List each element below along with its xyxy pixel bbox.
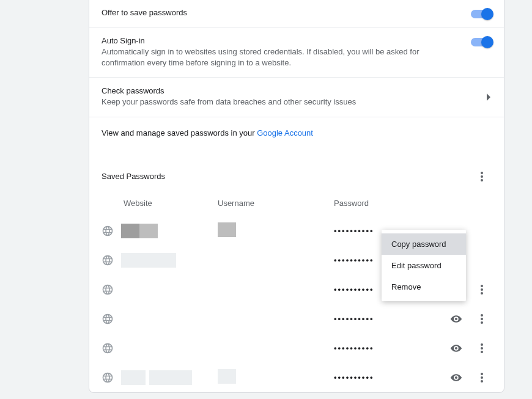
globe-icon <box>102 225 114 237</box>
setting-title: Offer to save passwords <box>102 8 461 17</box>
password-context-menu: Copy password Edit password Remove <box>382 230 466 301</box>
website-redacted <box>121 370 192 385</box>
svg-point-0 <box>481 172 483 174</box>
password-row: •••••••••• <box>89 304 504 334</box>
setting-title: Auto Sign-in <box>102 36 461 45</box>
setting-check-passwords[interactable]: Check passwords Keep your passwords safe… <box>89 78 504 117</box>
toggle-offer-save-passwords[interactable] <box>471 10 492 18</box>
svg-point-6 <box>481 314 483 317</box>
setting-description: Automatically sign in to websites using … <box>102 46 461 68</box>
chevron-right-icon <box>487 93 492 101</box>
svg-point-14 <box>481 380 483 383</box>
menu-edit-password[interactable]: Edit password <box>382 255 466 276</box>
username-redacted <box>218 222 236 237</box>
globe-icon <box>102 342 114 354</box>
svg-point-8 <box>481 321 483 324</box>
menu-remove[interactable]: Remove <box>382 276 466 298</box>
password-masked: •••••••••• <box>334 343 426 353</box>
globe-icon <box>102 313 114 325</box>
menu-copy-password[interactable]: Copy password <box>382 233 466 255</box>
google-account-link[interactable]: Google Account <box>257 128 313 137</box>
row-more-button[interactable] <box>476 284 488 296</box>
svg-point-5 <box>481 292 483 295</box>
globe-icon <box>102 254 114 266</box>
svg-point-4 <box>481 288 483 291</box>
svg-point-11 <box>481 351 483 353</box>
password-row: •••••••••• <box>89 334 504 363</box>
settings-card: Offer to save passwords Auto Sign-in Aut… <box>89 0 504 393</box>
svg-point-12 <box>481 373 483 375</box>
column-username: Username <box>218 199 334 208</box>
svg-point-1 <box>481 175 483 178</box>
website-redacted <box>121 224 158 238</box>
show-password-button[interactable] <box>450 342 462 354</box>
svg-point-9 <box>481 343 483 346</box>
setting-auto-sign-in: Auto Sign-in Automatically sign in to we… <box>89 27 504 78</box>
section-more-button[interactable] <box>472 167 492 186</box>
svg-point-13 <box>481 376 483 379</box>
password-masked: •••••••••• <box>334 373 426 382</box>
password-row: •••••••••• <box>89 363 504 392</box>
row-more-button[interactable] <box>476 342 488 354</box>
svg-point-10 <box>481 347 483 350</box>
row-more-button[interactable] <box>476 313 488 325</box>
column-website: Website <box>102 199 218 208</box>
saved-passwords-header: Saved Passwords <box>89 150 504 192</box>
section-title: Saved Passwords <box>102 172 165 181</box>
svg-point-2 <box>481 179 483 181</box>
svg-point-7 <box>481 318 483 320</box>
password-masked: •••••••••• <box>334 314 426 323</box>
username-redacted <box>218 369 236 384</box>
show-password-button[interactable] <box>450 372 462 384</box>
setting-description: Keep your passwords safe from data breac… <box>102 97 477 108</box>
website-redacted <box>121 253 176 268</box>
manage-passwords-text: View and manage saved passwords in your … <box>89 117 504 150</box>
column-password: Password <box>334 199 426 208</box>
globe-icon <box>102 372 114 384</box>
globe-icon <box>102 284 114 296</box>
show-password-button[interactable] <box>450 313 462 325</box>
setting-offer-save-passwords: Offer to save passwords <box>89 0 504 27</box>
row-more-button[interactable] <box>476 372 488 384</box>
svg-point-3 <box>481 285 483 287</box>
password-list-header: Website Username Password <box>89 192 504 216</box>
toggle-auto-sign-in[interactable] <box>471 38 492 46</box>
setting-title: Check passwords <box>102 86 477 95</box>
